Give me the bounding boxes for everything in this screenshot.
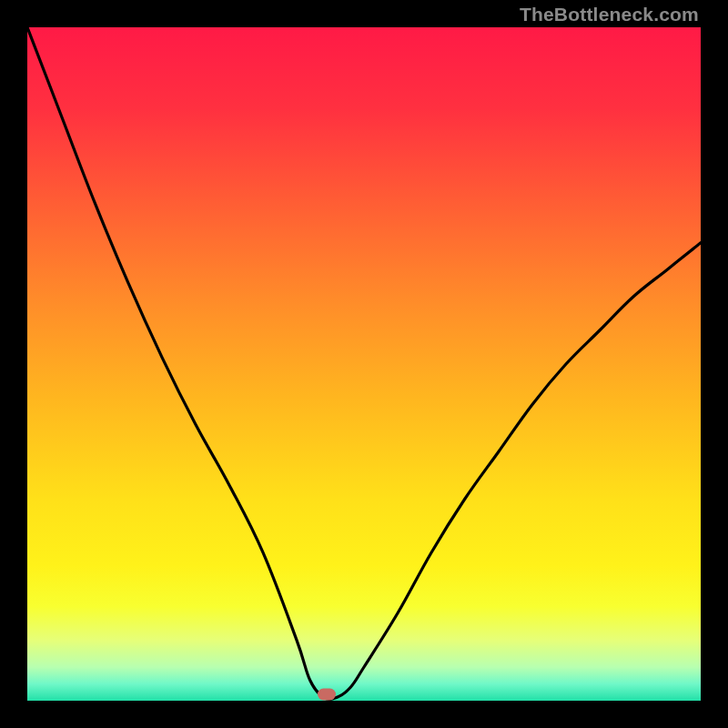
watermark-text: TheBottleneck.com [520,4,699,25]
plot-area [27,27,701,701]
chart-frame: TheBottleneck.com [0,0,728,728]
bottleneck-curve [27,27,701,701]
optimum-marker [318,688,336,700]
